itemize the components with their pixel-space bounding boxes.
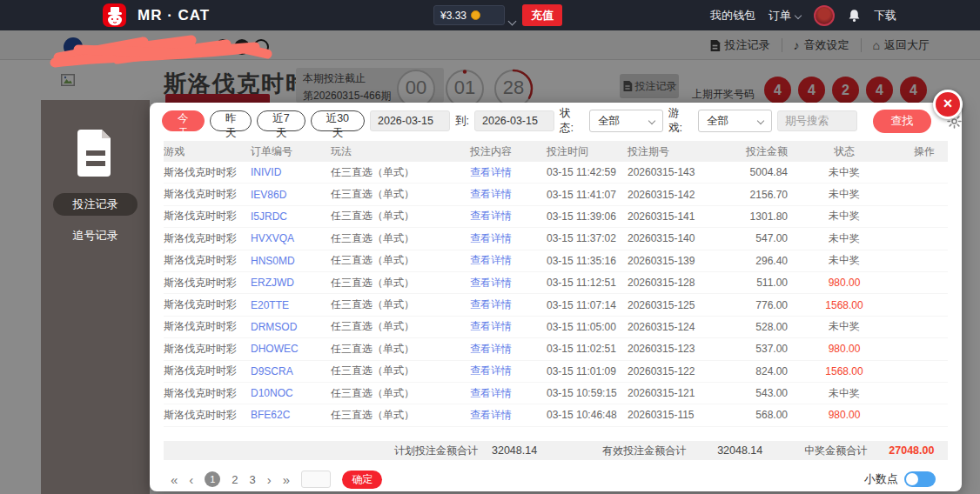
search-button[interactable]: 查找 [873,110,931,133]
valid-total-value: 32048.14 [717,444,762,457]
order-id-link[interactable]: BFE62C [251,409,331,421]
cell-time: 03-15 11:07:14 [547,299,628,311]
cell-play: 任三直选（单式） [331,364,470,378]
balance-selector[interactable]: ¥3.33 [433,5,505,25]
cell-time: 03-15 11:39:06 [547,210,628,223]
col-game: 游戏 [164,144,251,159]
win-total-label: 中奖金额合计 [804,444,867,458]
order-id-link[interactable]: INIVID [251,166,331,178]
status-select[interactable]: 全部 [589,110,663,132]
recharge-button[interactable]: 充值 [522,4,562,26]
cell-issue: 20260315-139 [628,255,739,267]
order-id-link[interactable]: E20TTE [251,299,331,311]
cell-game: 斯洛伐克时时彩 [164,319,251,334]
filter-yesterday-button[interactable]: 昨天 [210,110,252,131]
view-details-link[interactable]: 查看详情 [470,297,547,312]
view-details-link[interactable]: 查看详情 [470,231,547,246]
cell-game: 斯洛伐克时时彩 [164,297,251,312]
cell-time: 03-15 11:42:59 [547,166,628,178]
cell-game: 斯洛伐克时时彩 [164,342,251,357]
view-details-link[interactable]: 查看详情 [470,364,547,378]
sidebar-item-bet-records[interactable]: 投注记录 [53,193,138,216]
last-page-button[interactable]: » [283,473,290,486]
order-id-link[interactable]: ERZJWD [251,277,331,289]
page-2-button[interactable]: 2 [232,473,238,486]
cell-issue: 20260315-128 [628,277,739,289]
sidebar-item-chase-records[interactable]: 追号记录 [53,224,138,247]
bet-records-modal: 今天 昨天 近7天 近30天 到: 状态: 全部 游戏: 全部 查找 [150,103,962,491]
table-body: 斯洛伐克时时彩 INIVID 任三直选（单式） 查看详情 03-15 11:42… [164,162,948,427]
prev-page-button[interactable]: ‹ [189,473,193,486]
view-details-link[interactable]: 查看详情 [470,209,547,224]
game-select[interactable]: 全部 [698,110,772,132]
filter-last30days-button[interactable]: 近30天 [311,110,365,131]
order-id-link[interactable]: I5JRDC [251,210,331,223]
view-details-link[interactable]: 查看详情 [470,253,547,268]
download-link[interactable]: 下载 [874,8,896,23]
cell-status: 980.00 [788,277,901,289]
cell-time: 03-15 10:46:48 [547,409,628,421]
date-from-input[interactable] [370,110,450,131]
order-id-link[interactable]: DHOWEC [251,343,331,355]
order-id-link[interactable]: IEV86D [251,189,331,201]
view-details-link[interactable]: 查看详情 [470,165,547,180]
cell-play: 任三直选（单式） [331,408,470,423]
view-details-link[interactable]: 查看详情 [470,408,547,423]
balance-chevron-down-icon[interactable] [509,12,515,28]
view-details-link[interactable]: 查看详情 [470,187,547,202]
cell-issue: 20260315-125 [628,299,739,311]
filter-today-button[interactable]: 今天 [162,110,205,131]
cell-play: 任三直选（单式） [331,386,470,401]
cell-issue: 20260315-115 [628,409,739,421]
brand-logo-cat-icon[interactable] [103,3,126,27]
cell-status: 1568.00 [788,365,901,377]
cell-issue: 20260315-123 [628,343,739,355]
view-details-link[interactable]: 查看详情 [470,386,547,401]
cell-status: 未中奖 [788,386,901,401]
cell-amount: 511.00 [739,277,788,289]
chevron-down-icon [757,117,764,124]
cell-game: 斯洛伐克时时彩 [164,231,251,246]
cell-issue: 20260315-142 [628,189,739,201]
win-total-value: 27048.00 [889,444,934,457]
cell-play: 任三直选（单式） [331,187,470,202]
page-1-current[interactable]: 1 [205,471,220,487]
page-3-button[interactable]: 3 [250,473,256,486]
goto-confirm-button[interactable]: 确定 [342,471,382,489]
cell-status: 980.00 [788,343,901,355]
modal-close-button[interactable]: × [933,90,963,119]
issue-search-input[interactable] [777,110,857,131]
decimal-toggle-switch[interactable] [904,471,936,487]
cell-status: 未中奖 [788,253,901,268]
view-details-link[interactable]: 查看详情 [470,276,547,290]
cell-issue: 20260315-143 [628,166,739,178]
user-avatar[interactable] [814,5,835,26]
view-details-link[interactable]: 查看详情 [470,319,547,334]
orders-menu[interactable]: 订单 [769,8,801,23]
cell-status: 未中奖 [788,209,901,224]
orders-chevron-down-icon [795,11,802,18]
cell-amount: 5004.84 [739,166,788,178]
filter-last7days-button[interactable]: 近7天 [257,110,305,131]
wallet-link[interactable]: 我的钱包 [710,8,755,23]
order-id-link[interactable]: DRMSOD [251,321,331,333]
order-id-link[interactable]: D9SCRA [251,365,331,377]
order-id-link[interactable]: D10NOC [251,387,331,399]
view-details-link[interactable]: 查看详情 [470,342,547,357]
cell-game: 斯洛伐克时时彩 [164,187,251,202]
cell-amount: 2156.70 [739,189,788,201]
col-status: 状态 [788,144,901,159]
goto-page-input[interactable] [301,471,331,488]
cell-play: 任三直选（单式） [331,231,470,246]
decimal-toggle-label: 小数点 [864,471,898,487]
order-id-link[interactable]: HVXVQA [251,232,331,244]
bell-icon[interactable] [848,9,861,23]
first-page-button[interactable]: « [171,473,178,486]
chevron-down-icon [648,117,655,124]
date-to-input[interactable] [474,110,554,131]
cell-play: 任三直选（单式） [331,342,470,357]
next-page-button[interactable]: › [267,473,272,486]
order-id-link[interactable]: HNS0MD [251,255,331,267]
to-label: 到: [455,114,469,129]
cell-issue: 20260315-124 [628,321,739,333]
